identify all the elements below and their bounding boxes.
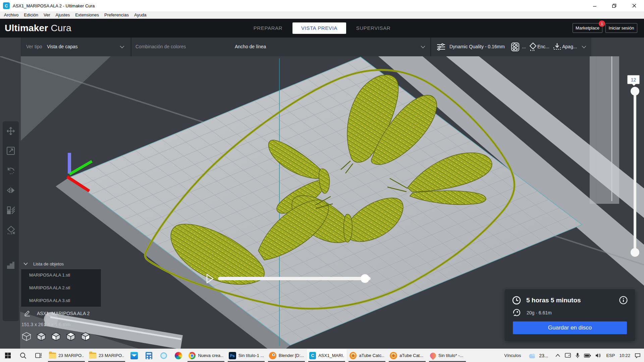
- menu-extensiones[interactable]: Extensiones: [72, 11, 102, 19]
- taskbar-item-atube-2[interactable]: aTube Cat...: [387, 349, 427, 362]
- layer-slider-track[interactable]: [634, 91, 636, 253]
- taskbar: 23 MARIPO... 23 MARIPO... Nueva crea... …: [0, 349, 644, 362]
- layer-number-label: 12: [627, 75, 640, 84]
- weather-widget[interactable]: 23...: [525, 353, 551, 359]
- object-list-title: Lista de objetos: [33, 261, 64, 266]
- search-icon[interactable]: [15, 349, 31, 362]
- microphone-icon[interactable]: [576, 353, 580, 358]
- layer-slider-top-handle[interactable]: [631, 87, 639, 96]
- cura-window: C ASX1_MARIPOSA ALA 2 - Ultimaker Cura A…: [0, 0, 644, 362]
- color-wheel-icon: [175, 352, 182, 359]
- support-blocker-icon[interactable]: [6, 225, 16, 235]
- path-scrubber-handle[interactable]: [361, 274, 369, 283]
- list-item[interactable]: MARIPOSA ALA 3.stl: [21, 295, 101, 307]
- stage-tabs: PREPARAR VISTA PREVIA SUPERVISAR: [0, 22, 644, 34]
- start-button[interactable]: [0, 349, 15, 362]
- info-icon[interactable]: [619, 296, 628, 306]
- titlebar: C ASX1_MARIPOSA ALA 2 - Ultimaker Cura: [0, 0, 644, 11]
- printer-front-rail: [20, 312, 183, 349]
- sign-in-button[interactable]: Iniciar sesión: [605, 23, 637, 33]
- list-item[interactable]: MARIPOSA ALA 2.stl: [21, 282, 101, 295]
- support-value: Enc...: [537, 44, 549, 49]
- view-front-button[interactable]: [36, 332, 46, 341]
- print-time-estimate: 5 horas 5 minutos: [526, 297, 581, 304]
- menu-ver[interactable]: Ver: [41, 11, 53, 19]
- clock[interactable]: 10:22: [619, 353, 630, 358]
- menu-preferencias[interactable]: Preferencias: [102, 11, 131, 19]
- taskbar-item-colors[interactable]: [171, 349, 186, 362]
- view-type-value: Vista de capas: [47, 44, 78, 49]
- view-type-label: Ver tipo: [26, 44, 42, 49]
- window-title: ASX1_MARIPOSA ALA 2 - Ultimaker Cura: [13, 3, 95, 8]
- save-to-disk-button[interactable]: Guardar en disco: [513, 321, 627, 334]
- view-right-button[interactable]: [80, 332, 91, 341]
- rotate-tool-icon[interactable]: [6, 166, 16, 176]
- taskbar-item-paint3d[interactable]: Sin título* -...: [427, 349, 468, 362]
- print-summary-panel: 5 horas 5 minutos 20g · 6.61m Guardar en…: [505, 289, 635, 341]
- object-list-header[interactable]: Lista de objetos: [23, 261, 64, 266]
- play-button[interactable]: [206, 274, 214, 285]
- taskbar-item-folder-2[interactable]: 23 MARIPO...: [87, 349, 127, 362]
- layer-slider-bottom-handle[interactable]: [631, 248, 639, 257]
- taskbar-item-folder-1[interactable]: 23 MARIPO...: [46, 349, 87, 362]
- infill-icon: [511, 43, 519, 51]
- restore-button[interactable]: [604, 0, 624, 11]
- folder-icon: [89, 353, 96, 359]
- view-top-button[interactable]: [51, 332, 61, 341]
- atube-icon: [390, 352, 397, 359]
- sliders-icon: [437, 43, 445, 51]
- minimize-button[interactable]: [585, 0, 604, 11]
- tab-vista-previa[interactable]: VISTA PREVIA: [292, 22, 346, 34]
- adhesion-icon: [553, 43, 561, 51]
- scale-tool-icon[interactable]: [6, 146, 16, 156]
- taskbar-item-calculator[interactable]: [142, 349, 156, 362]
- tray-chevron-icon[interactable]: [555, 354, 560, 357]
- move-tool-icon[interactable]: [6, 126, 16, 136]
- language-indicator[interactable]: ESP: [606, 353, 615, 358]
- per-model-settings-icon[interactable]: [6, 205, 16, 215]
- clock-icon: [512, 296, 521, 305]
- color-scheme-label: Combinación de colores: [136, 44, 186, 49]
- stairs-icon[interactable]: [6, 260, 16, 270]
- path-scrubber-track[interactable]: [218, 277, 371, 280]
- taskbar-item-mail[interactable]: [127, 349, 142, 362]
- speaker-icon[interactable]: [595, 353, 602, 358]
- marketplace-badge: 1: [599, 20, 605, 27]
- taskbar-item-chrome[interactable]: Nueva crea...: [186, 349, 226, 362]
- menu-edicion[interactable]: Edición: [21, 11, 41, 19]
- battery-icon[interactable]: [584, 354, 591, 358]
- paint3d-icon: [429, 351, 437, 360]
- camera-view-buttons: [21, 332, 91, 341]
- taskbar-item-blender[interactable]: Blender [D:...: [266, 349, 307, 362]
- chevron-down-icon: [582, 46, 586, 49]
- support-icon: [529, 43, 537, 51]
- action-center-icon[interactable]: [635, 353, 641, 358]
- toolbar-divider: [430, 38, 431, 56]
- taskbar-item-cura[interactable]: C ASX1_MARI...: [307, 349, 347, 362]
- toolbar-divider: [131, 38, 131, 56]
- menu-ajustes[interactable]: Ajustes: [53, 11, 73, 19]
- view-left-button[interactable]: [66, 332, 76, 341]
- tab-supervisar[interactable]: SUPERVISAR: [347, 22, 399, 34]
- display-icon[interactable]: [565, 353, 571, 358]
- list-item[interactable]: MARIPOSA ALA 1.stl: [21, 269, 101, 282]
- task-view-icon[interactable]: [31, 349, 46, 362]
- taskbar-item-photoshop[interactable]: Ps Sin título-1 ...: [226, 349, 266, 362]
- taskbar-item-record[interactable]: [156, 349, 171, 362]
- view-3d-button[interactable]: [21, 332, 32, 341]
- menu-ayuda[interactable]: Ayuda: [131, 11, 149, 19]
- viewport-3d[interactable]: Lista de objetos MARIPOSA ALA 1.stl MARI…: [0, 56, 644, 349]
- profile-value: Dynamic Quality - 0.16mm: [449, 44, 505, 49]
- marketplace-button[interactable]: Marketplace 1: [573, 23, 602, 33]
- close-button[interactable]: [624, 0, 644, 11]
- menubar: Archivo Edición Ver Ajustes Extensiones …: [0, 11, 644, 19]
- links-toolbar[interactable]: Vínculos: [500, 353, 525, 358]
- taskbar-item-atube-1[interactable]: aTube Catc...: [347, 349, 387, 362]
- selected-object-name: ASX1_MARIPOSA ALA 2: [37, 311, 90, 316]
- selected-object-row[interactable]: ASX1_MARIPOSA ALA 2: [24, 310, 90, 316]
- mirror-tool-icon[interactable]: [6, 185, 16, 195]
- menu-archivo[interactable]: Archivo: [1, 11, 21, 19]
- caret-down-icon: [23, 262, 28, 265]
- tab-preparar[interactable]: PREPARAR: [245, 22, 291, 34]
- calculator-icon: [146, 352, 152, 359]
